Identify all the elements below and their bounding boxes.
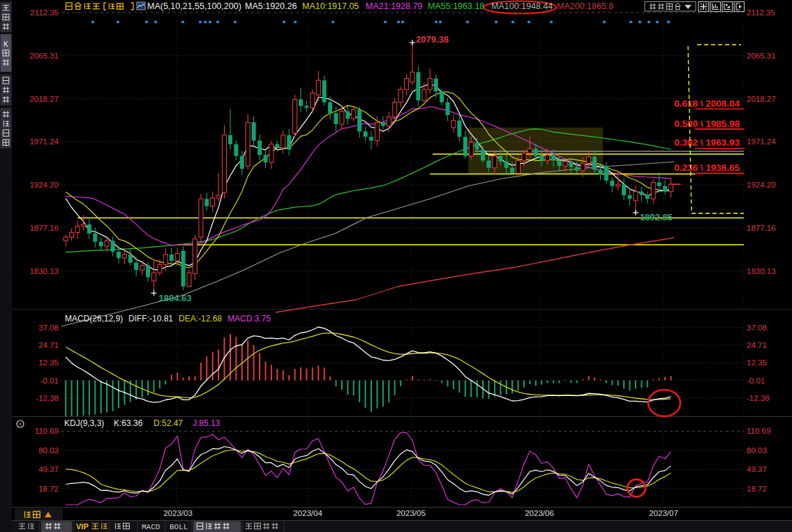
svg-text:1892.85: 1892.85 <box>640 212 673 222</box>
svg-text:D:52.47: D:52.47 <box>154 418 183 428</box>
svg-text:MA200:1865.8: MA200:1865.8 <box>557 1 613 11</box>
svg-text:2065.31: 2065.31 <box>29 52 59 60</box>
svg-text:1924.20: 1924.20 <box>29 181 59 189</box>
svg-text:18.72: 18.72 <box>747 485 767 493</box>
svg-text:MA(5,10,21,55,100,200): MA(5,10,21,55,100,200) <box>147 1 241 11</box>
svg-text:MACD: MACD <box>142 523 160 531</box>
svg-text:0.618 \ 2008.04: 0.618 \ 2008.04 <box>674 98 740 109</box>
svg-text:37.08: 37.08 <box>747 324 767 332</box>
svg-text:-0.01: -0.01 <box>40 377 59 385</box>
svg-text:MA100:1948.44: MA100:1948.44 <box>491 1 553 11</box>
svg-text:0.382 \ 1963.93: 0.382 \ 1963.93 <box>674 137 740 148</box>
svg-text:MA10:1917.05: MA10:1917.05 <box>302 1 359 11</box>
svg-text:24.71: 24.71 <box>747 341 767 349</box>
svg-text:K:63.36: K:63.36 <box>114 418 143 428</box>
svg-text:110.69: 110.69 <box>747 427 770 435</box>
svg-text:2065.31: 2065.31 <box>747 52 776 60</box>
svg-text:2112.35: 2112.35 <box>30 8 59 17</box>
svg-text:J:85.13: J:85.13 <box>193 418 221 428</box>
svg-text:1830.13: 1830.13 <box>747 267 776 275</box>
svg-text:KDJ(9,3,3): KDJ(9,3,3) <box>64 418 104 428</box>
svg-text:37.08: 37.08 <box>38 324 59 332</box>
svg-text:MA21:1928.79: MA21:1928.79 <box>366 1 422 11</box>
svg-text:2023/07: 2023/07 <box>649 509 678 517</box>
svg-text:12.35: 12.35 <box>747 358 767 367</box>
svg-text:24.71: 24.71 <box>38 341 59 349</box>
svg-text:2079.38: 2079.38 <box>416 34 449 45</box>
svg-text:12.35: 12.35 <box>38 358 59 367</box>
svg-text:2112.35: 2112.35 <box>747 8 775 17</box>
svg-text:80.03: 80.03 <box>38 446 59 455</box>
svg-text:-0.01: -0.01 <box>747 377 765 385</box>
svg-text:80.03: 80.03 <box>747 446 767 455</box>
svg-text:MACD:3.75: MACD:3.75 <box>227 314 271 324</box>
svg-text:2023/06: 2023/06 <box>525 509 554 517</box>
svg-text:1971.24: 1971.24 <box>747 137 776 146</box>
svg-text:MA5:1920.26: MA5:1920.26 <box>245 1 297 11</box>
svg-text:K: K <box>3 40 8 48</box>
svg-text:2023/03: 2023/03 <box>163 509 193 517</box>
svg-text:1971.24: 1971.24 <box>29 137 59 146</box>
svg-text:2018.27: 2018.27 <box>29 95 59 103</box>
svg-text:1924.20: 1924.20 <box>747 181 776 189</box>
svg-text:0.500 \ 1985.98: 0.500 \ 1985.98 <box>674 119 740 129</box>
svg-text:2018.27: 2018.27 <box>747 95 776 103</box>
svg-text:-12.38: -12.38 <box>36 394 59 402</box>
svg-text:BOLL: BOLL <box>170 523 188 531</box>
svg-text:DEA:-12.68: DEA:-12.68 <box>179 314 222 324</box>
svg-text:18.72: 18.72 <box>38 485 59 493</box>
svg-text:1830.13: 1830.13 <box>29 267 59 275</box>
svg-text:VIP: VIP <box>76 522 89 531</box>
svg-text:0.236 \ 1936.65: 0.236 \ 1936.65 <box>674 162 740 173</box>
svg-text:MACD(26,12,9): MACD(26,12,9) <box>65 314 123 324</box>
svg-text:49.37: 49.37 <box>38 465 59 473</box>
svg-text:1877.16: 1877.16 <box>29 224 59 232</box>
svg-text:110.69: 110.69 <box>35 427 59 435</box>
svg-text:49.37: 49.37 <box>747 465 767 473</box>
svg-text:2023/04: 2023/04 <box>293 509 322 517</box>
svg-text:2023/05: 2023/05 <box>396 509 426 517</box>
svg-text:-12.38: -12.38 <box>747 394 770 402</box>
svg-text:1877.16: 1877.16 <box>747 224 776 232</box>
svg-text:MA55:1963.18: MA55:1963.18 <box>428 1 484 11</box>
svg-text:1804.63: 1804.63 <box>159 293 192 303</box>
svg-text:DIFF:-10.81: DIFF:-10.81 <box>128 314 173 324</box>
